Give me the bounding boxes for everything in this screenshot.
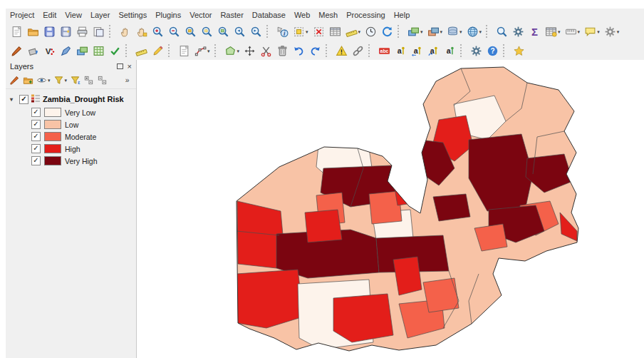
zoom-next-button[interactable] — [248, 23, 264, 40]
add-group-button[interactable] — [21, 73, 35, 87]
options-button[interactable]: ▾ — [602, 23, 622, 40]
legend-class-row: ✓High — [31, 144, 133, 153]
panel-float-button[interactable] — [117, 63, 123, 69]
class-checkbox[interactable]: ✓ — [31, 144, 41, 153]
zoom-to-selection-button[interactable] — [199, 23, 215, 40]
style-manager-button[interactable] — [25, 42, 41, 59]
advanced-digitizing-button[interactable] — [58, 42, 74, 59]
attribute-tools-button[interactable]: ▾ — [543, 23, 563, 40]
zoom-to-layer-button[interactable] — [215, 23, 232, 40]
open-attribute-table-button[interactable] — [327, 23, 343, 40]
zoom-full-button[interactable] — [182, 23, 199, 40]
undo-button[interactable] — [291, 42, 307, 59]
vertex-tool-button[interactable]: V — [41, 42, 58, 59]
menu-project[interactable]: Project — [6, 9, 38, 21]
save-project-as-button[interactable] — [58, 23, 74, 40]
add-vector-layer-button[interactable]: ▾ — [425, 23, 445, 40]
measure-tools-button[interactable]: ▾ — [563, 23, 583, 40]
panel-close-button[interactable]: × — [128, 63, 132, 70]
menu-layer[interactable]: Layer — [86, 9, 115, 21]
layer-name[interactable]: Zambia_Drought Risk — [43, 95, 124, 103]
new-project-button[interactable] — [9, 23, 25, 40]
add-web-layer-button[interactable]: ▾ — [464, 23, 484, 40]
collapse-all-button[interactable] — [95, 73, 109, 87]
measure-button[interactable]: ▾ — [343, 23, 363, 40]
class-checkbox[interactable]: ✓ — [31, 156, 41, 165]
save-project-button[interactable] — [41, 23, 58, 40]
menu-processing[interactable]: Processing — [342, 9, 389, 21]
locator-search-button[interactable] — [494, 23, 510, 40]
layer-checkbox[interactable]: ✓ — [19, 95, 28, 104]
move-label-button[interactable]: a — [409, 42, 425, 59]
zoom-last-button[interactable] — [232, 23, 248, 40]
class-color-swatch[interactable] — [44, 132, 61, 141]
select-features-button[interactable]: ▾ — [291, 23, 311, 40]
class-color-swatch[interactable] — [44, 120, 61, 129]
styling-panel-button[interactable] — [8, 73, 21, 87]
check-geometries-button[interactable] — [107, 42, 123, 59]
class-checkbox[interactable]: ✓ — [31, 120, 41, 129]
class-checkbox[interactable]: ✓ — [31, 108, 41, 117]
map-tips-button[interactable]: ▾ — [582, 23, 602, 40]
menu-view[interactable]: View — [61, 9, 86, 21]
move-feature-button[interactable] — [242, 42, 258, 59]
raster-grid-button[interactable] — [90, 42, 107, 59]
zoom-in-button[interactable] — [150, 23, 166, 40]
diagram-layer-button[interactable] — [74, 42, 90, 59]
menu-database[interactable]: Database — [248, 9, 290, 21]
expand-all-button[interactable] — [82, 73, 95, 87]
menu-plugins[interactable]: Plugins — [151, 9, 185, 21]
open-layer-styling-button[interactable] — [9, 42, 25, 59]
toggle-editing-button[interactable] — [150, 42, 166, 59]
statistics-panel-button[interactable]: Σ — [526, 23, 543, 40]
split-features-button[interactable] — [258, 42, 274, 59]
map-canvas[interactable] — [137, 60, 644, 358]
class-color-swatch[interactable] — [44, 144, 61, 153]
menu-raster[interactable]: Raster — [216, 9, 247, 21]
filter-by-expression-button[interactable]: ε — [68, 73, 82, 87]
zoom-out-button[interactable] — [166, 23, 182, 40]
toolbar-separator — [398, 25, 402, 38]
topology-checker-button[interactable] — [333, 42, 350, 59]
layer-row[interactable]: ▾ ✓ Zambia_Drought Risk — [10, 93, 133, 105]
python-console-button[interactable]: ? — [484, 42, 501, 59]
identify-features-button[interactable]: i — [274, 23, 291, 40]
class-color-swatch[interactable] — [44, 156, 61, 165]
refresh-map-button[interactable] — [379, 23, 395, 40]
menu-web[interactable]: Web — [290, 9, 314, 21]
digitize-segment-button[interactable] — [133, 42, 150, 59]
open-project-button[interactable] — [25, 23, 41, 40]
menu-mesh[interactable]: Mesh — [314, 9, 342, 21]
plugin-tool-button[interactable] — [511, 42, 527, 59]
add-line-feature-button[interactable]: ▾ — [192, 42, 212, 59]
class-checkbox[interactable]: ✓ — [31, 132, 41, 141]
layer-expander-icon[interactable]: ▾ — [10, 96, 17, 103]
add-database-layer-button[interactable]: ▾ — [445, 23, 464, 40]
temporal-controller-button[interactable] — [363, 23, 379, 40]
delete-selected-button[interactable] — [274, 42, 291, 59]
new-print-layout-button[interactable] — [74, 23, 90, 40]
menu-vector[interactable]: Vector — [185, 9, 216, 21]
change-label-button[interactable]: a — [442, 42, 458, 59]
rotate-label-button[interactable]: a — [425, 42, 442, 59]
metasearch-button[interactable] — [468, 42, 484, 59]
processing-toolbox-button[interactable] — [510, 23, 526, 40]
manage-map-themes-button[interactable]: ▾ — [35, 73, 52, 87]
class-color-swatch[interactable] — [44, 108, 61, 117]
menu-edit[interactable]: Edit — [38, 9, 61, 21]
show-layout-manager-button[interactable] — [90, 23, 107, 40]
menu-settings[interactable]: Settings — [114, 9, 151, 21]
label-pin-button[interactable]: a — [393, 42, 409, 59]
new-layer-button[interactable]: ▾ — [405, 23, 425, 40]
deselect-features-button[interactable] — [311, 23, 327, 40]
pan-map-button[interactable] — [117, 23, 133, 40]
save-layer-edits-button[interactable] — [176, 42, 192, 59]
add-polygon-feature-button[interactable]: ▾ — [222, 42, 242, 59]
redo-button[interactable] — [307, 42, 323, 59]
panel-overflow-button[interactable]: » — [120, 73, 134, 87]
layer-labeling-button[interactable]: abc — [376, 42, 393, 59]
filter-legend-button[interactable]: ▾ — [52, 73, 69, 87]
pan-to-selection-button[interactable] — [133, 23, 150, 40]
menu-help[interactable]: Help — [390, 9, 415, 21]
merge-features-button[interactable] — [350, 42, 366, 59]
